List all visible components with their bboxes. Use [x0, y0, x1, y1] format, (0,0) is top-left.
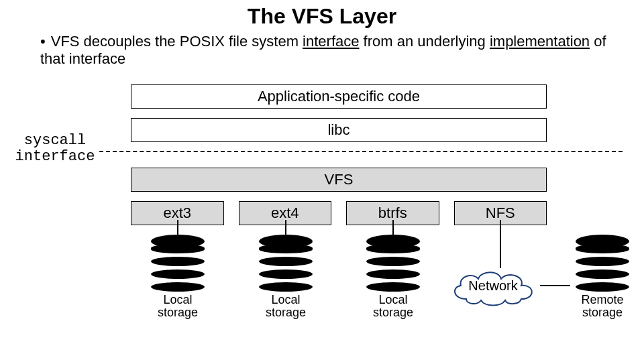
bullet-dot: • [40, 33, 46, 50]
storage-row: Localstorage Localstorage Localstorage R… [0, 235, 644, 355]
layer-app: Application-specific code [131, 84, 547, 109]
layer-vfs: VFS [131, 168, 547, 192]
network-cloud: Network [446, 267, 540, 307]
layer-stack: Application-specific code libc VFS ext3 … [131, 84, 547, 225]
disk-icon [151, 235, 205, 290]
page-title: The VFS Layer [0, 0, 644, 29]
syscall-interface-label: syscall interface [15, 133, 95, 165]
disk-icon [576, 235, 629, 290]
storage-local-1: Localstorage [138, 235, 218, 319]
disk-icon [366, 235, 420, 290]
storage-local-2: Localstorage [246, 235, 326, 319]
storage-remote: Remotestorage [562, 235, 643, 319]
storage-local-3: Localstorage [353, 235, 433, 319]
bullet-text: •VFS decouples the POSIX file system int… [0, 29, 644, 68]
filesystem-row: ext3 ext4 btrfs NFS [131, 201, 547, 225]
layer-libc: libc [131, 118, 547, 142]
disk-icon [259, 235, 313, 290]
